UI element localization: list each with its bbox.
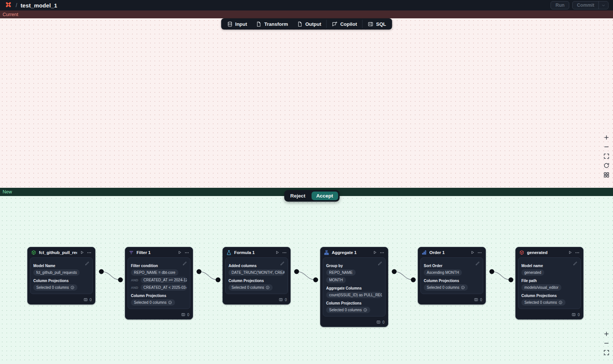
node-header[interactable]: fct_github_pull_requests (28, 247, 95, 257)
column-count-value: 0 (187, 313, 189, 317)
edge-source-endpoint[interactable] (197, 269, 202, 274)
edit-pencil-icon[interactable] (85, 260, 89, 267)
node-play-icon[interactable] (568, 250, 572, 255)
reject-button[interactable]: Reject (286, 192, 310, 200)
node-menu-ellipsis-icon[interactable] (575, 250, 580, 255)
node-section: Column ProjectionsSelected 0 columns (229, 279, 285, 291)
value-chip[interactable]: MONTH (326, 277, 346, 283)
node-column-count[interactable]: 0 (28, 296, 95, 304)
info-icon[interactable] (266, 285, 270, 290)
edge-source-endpoint[interactable] (490, 269, 494, 274)
edit-pencil-icon[interactable] (183, 260, 187, 267)
toolbar-copilot-button[interactable]: Copilot (328, 18, 362, 30)
info-icon[interactable] (70, 285, 74, 290)
current-canvas[interactable]: Input Transform Output Copilot SQL (0, 18, 613, 188)
value-chip[interactable]: CREATED_AT < 2025-03-01 (141, 284, 187, 291)
node-play-icon[interactable] (373, 250, 377, 255)
value-chip[interactable]: generated (521, 269, 544, 276)
node-menu-ellipsis-icon[interactable] (184, 250, 189, 255)
value-chip[interactable]: Selected 0 columns (424, 284, 468, 291)
node-play-icon[interactable] (177, 250, 182, 255)
info-icon[interactable] (363, 308, 367, 312)
info-icon[interactable] (461, 285, 465, 290)
edit-pencil-icon[interactable] (280, 260, 285, 267)
edge-source-endpoint[interactable] (99, 269, 104, 274)
node-menu-ellipsis-icon[interactable] (477, 250, 482, 255)
zoom-out-button[interactable] (601, 142, 611, 152)
edge[interactable] (394, 272, 413, 280)
node-column-count[interactable]: 0 (418, 296, 485, 304)
node-fct-github-pull-requests[interactable]: fct_github_pull_requestsModel Namefct_gi… (27, 247, 95, 305)
value-chip[interactable]: REPO_NAME = dbt-core (131, 269, 178, 276)
edge-target-endpoint[interactable] (118, 278, 123, 282)
zoom-in-button[interactable] (601, 329, 611, 339)
node-menu-ellipsis-icon[interactable] (380, 250, 384, 255)
node-order-1[interactable]: Order 1Sort OrderAscending MONTHColumn P… (418, 247, 486, 305)
value-chip[interactable]: DATE_TRUNC('MONTH', CREATED_AT… (229, 269, 285, 276)
value-chip[interactable]: fct_github_pull_requests (33, 269, 80, 276)
toolbar-sql-button[interactable]: SQL (363, 18, 390, 30)
value-chip[interactable]: Ascending MONTH (424, 269, 462, 276)
edit-pencil-icon[interactable] (573, 260, 577, 267)
edge-source-endpoint[interactable] (392, 269, 397, 274)
node-column-count[interactable]: 0 (516, 311, 583, 319)
accept-button[interactable]: Accept (312, 192, 338, 200)
layout-grid-button[interactable] (601, 170, 611, 180)
flask-icon (226, 250, 232, 255)
edge-target-endpoint[interactable] (313, 278, 318, 282)
node-play-icon[interactable] (470, 250, 475, 255)
zoom-in-button[interactable] (601, 133, 611, 142)
node-header[interactable]: Filter 1 (125, 247, 193, 257)
edit-pencil-icon[interactable] (378, 260, 382, 267)
value-chip[interactable]: Selected 0 columns (131, 299, 175, 306)
zoom-out-button[interactable] (601, 339, 611, 348)
toolbar-input-button[interactable]: Input (223, 18, 252, 30)
node-header[interactable]: Formula 1 (223, 247, 290, 257)
node-column-count[interactable]: 0 (223, 296, 290, 304)
edge[interactable] (199, 272, 218, 280)
value-chip[interactable]: Selected 0 columns (229, 284, 273, 291)
edit-pencil-icon[interactable] (475, 260, 480, 267)
node-header[interactable]: generated (516, 247, 583, 257)
value-chip[interactable]: CREATED_AT >= 2024-12-01 (141, 277, 187, 283)
value-chip[interactable]: Selected 0 columns (521, 299, 566, 306)
edge[interactable] (101, 272, 120, 280)
fit-view-button[interactable] (601, 348, 611, 357)
value-chip[interactable]: REPO_NAME (326, 269, 356, 276)
commit-split-button[interactable]: Commit (572, 1, 609, 9)
info-icon[interactable] (168, 300, 172, 305)
edge-target-endpoint[interactable] (216, 278, 221, 282)
node-play-icon[interactable] (275, 250, 279, 255)
node-column-count[interactable]: 0 (321, 319, 388, 327)
edge[interactable] (492, 272, 511, 280)
node-play-icon[interactable] (80, 250, 84, 255)
node-generated[interactable]: generatedModel namegeneratedFile pathmod… (515, 247, 583, 319)
node-column-count[interactable]: 0 (125, 311, 193, 319)
node-menu-ellipsis-icon[interactable] (87, 250, 92, 255)
node-header[interactable]: Aggregate 1 (321, 247, 388, 257)
node-header[interactable]: Order 1 (418, 247, 485, 257)
toolbar-output-button[interactable]: Output (292, 18, 326, 30)
edge-target-endpoint[interactable] (411, 278, 416, 282)
commit-chevron-down-icon[interactable] (598, 1, 608, 9)
node-menu-ellipsis-icon[interactable] (282, 250, 287, 255)
info-icon[interactable] (558, 300, 563, 305)
run-button[interactable]: Run (551, 1, 569, 9)
value-chip[interactable]: Selected 0 columns (33, 284, 77, 291)
edge[interactable] (297, 272, 316, 280)
node-formula-1[interactable]: Formula 1Added columnsDATE_TRUNC('MONTH'… (223, 247, 291, 305)
value-chip[interactable]: models/visual_editor (521, 284, 561, 291)
commit-button[interactable]: Commit (573, 3, 598, 8)
reset-button[interactable] (601, 161, 611, 170)
value-chip[interactable]: Selected 0 columns (326, 307, 370, 313)
node-aggregate-1[interactable]: Aggregate 1Group byREPO_NAMEMONTHAggrega… (320, 247, 388, 327)
edge-target-endpoint[interactable] (509, 278, 514, 282)
edge-source-endpoint[interactable] (294, 269, 299, 274)
dbt-logo-icon[interactable] (4, 1, 12, 10)
node-filter-1[interactable]: Filter 1Filter conditionREPO_NAME = dbt-… (125, 247, 193, 319)
new-canvas[interactable]: fct_github_pull_requestsModel Namefct_gi… (0, 196, 613, 364)
fit-view-button[interactable] (601, 152, 611, 161)
value-chip[interactable]: count(ISSUE_ID) as PULL_REQUEST_… (326, 292, 382, 298)
value-chip-text: CREATED_AT >= 2024-12-01 (144, 278, 187, 282)
toolbar-transform-button[interactable]: Transform (252, 18, 293, 30)
